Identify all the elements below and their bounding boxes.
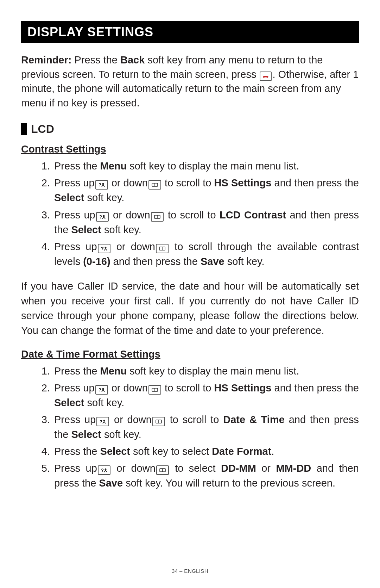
list-item: Press the Menu soft key to display the m…	[53, 364, 359, 378]
list-item: Press up? or down to scroll to HS Settin…	[53, 175, 359, 205]
lcd-heading: LCD	[31, 123, 54, 136]
svg-text:?: ?	[99, 182, 101, 187]
phone-end-icon	[260, 72, 272, 81]
up-key-icon: ?	[95, 385, 108, 395]
page-title-bar: DISPLAY SETTINGS	[21, 21, 359, 43]
svg-text:?: ?	[101, 468, 104, 472]
contrast-steps-list: Press the Menu soft key to display the m…	[21, 159, 359, 268]
up-key-icon: ?	[96, 212, 109, 222]
list-item: Press up? or down to scroll to HS Settin…	[53, 380, 359, 410]
list-item: Press up? or down to scroll through the …	[53, 239, 359, 269]
up-key-icon: ?	[98, 244, 110, 253]
down-key-icon	[156, 465, 169, 475]
datetime-subheading: Date & Time Format Settings	[21, 348, 359, 360]
down-key-icon	[148, 385, 161, 395]
list-item: Press the Menu soft key to display the m…	[53, 159, 359, 173]
up-key-icon: ?	[96, 417, 109, 426]
page-title: DISPLAY SETTINGS	[27, 25, 153, 39]
datetime-steps-list: Press the Menu soft key to display the m…	[21, 364, 359, 490]
reminder-label: Reminder:	[21, 54, 71, 66]
svg-text:?: ?	[99, 214, 102, 219]
callerid-paragraph: If you have Caller ID service, the date …	[21, 279, 359, 338]
contrast-subheading: Contrast Settings	[21, 143, 359, 155]
list-item: Press up? or down to scroll to Date & Ti…	[53, 412, 359, 442]
page-footer: 34 – ENGLISH	[0, 568, 380, 574]
down-key-icon	[156, 244, 169, 253]
list-item: Press the Select soft key to select Date…	[53, 444, 359, 459]
list-item: Press up? or down to select DD-MM or MM-…	[53, 461, 359, 490]
down-key-icon	[148, 180, 161, 190]
reminder-paragraph: Reminder: Press the Back soft key from a…	[21, 53, 359, 110]
up-key-icon: ?	[98, 465, 110, 475]
lcd-section-header: LCD	[21, 123, 359, 136]
up-key-icon: ?	[95, 180, 108, 190]
down-key-icon	[152, 417, 165, 426]
section-marker-icon	[21, 123, 27, 135]
list-item: Press up? or down to scroll to LCD Contr…	[53, 208, 359, 237]
svg-text:?: ?	[101, 246, 104, 251]
down-key-icon	[151, 212, 164, 222]
svg-text:?: ?	[100, 419, 102, 424]
svg-text:?: ?	[99, 387, 101, 392]
